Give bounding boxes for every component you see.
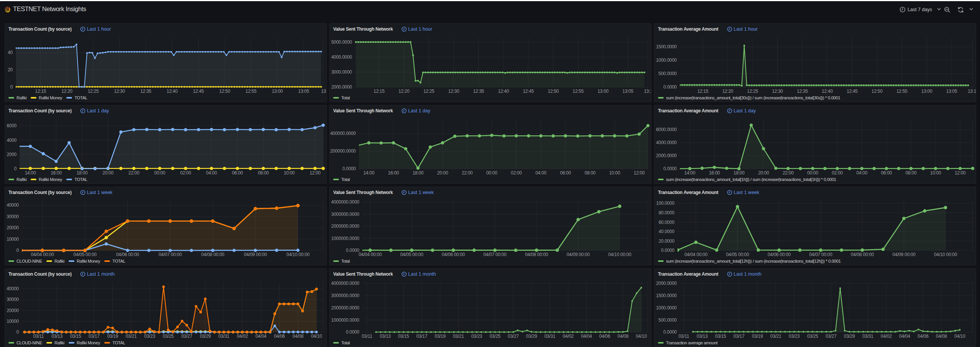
svg-text:0.0000: 0.0000: [346, 329, 360, 335]
svg-text:03/21: 03/21: [453, 334, 464, 339]
svg-text:12:45: 12:45: [523, 89, 534, 94]
svg-text:04/02: 04/02: [237, 334, 248, 339]
svg-text:4000000.0000: 4000000.0000: [331, 199, 360, 205]
svg-text:40000: 40000: [7, 202, 19, 208]
svg-text:3000000.0000: 3000000.0000: [331, 293, 360, 298]
svg-text:04/06 00:00: 04/06 00:00: [768, 252, 791, 257]
svg-text:02:00: 02:00: [511, 170, 522, 176]
svg-text:12:25: 12:25: [423, 89, 434, 94]
svg-text:03/11: 03/11: [33, 334, 44, 339]
svg-text:30000: 30000: [7, 214, 19, 219]
svg-text:04/04: 04/04: [899, 334, 910, 339]
svg-text:22:00: 22:00: [462, 170, 473, 176]
svg-text:40000: 40000: [7, 286, 19, 291]
svg-text:4000.0000: 4000.0000: [331, 54, 352, 60]
svg-text:12:20: 12:20: [722, 89, 733, 94]
svg-text:2000: 2000: [7, 152, 17, 157]
svg-text:03/19: 03/19: [752, 334, 763, 339]
svg-text:16:00: 16:00: [51, 170, 62, 176]
svg-text:04/06: 04/06: [918, 334, 929, 339]
svg-text:02:00: 02:00: [832, 170, 843, 176]
svg-text:4000000.0000: 4000000.0000: [331, 281, 360, 286]
svg-text:14:00: 14:00: [363, 170, 375, 176]
svg-text:04/09 00:00: 04/09 00:00: [567, 252, 590, 257]
svg-text:1500.0000: 1500.0000: [656, 44, 677, 49]
svg-text:6000: 6000: [7, 123, 17, 128]
svg-text:04/08 00:00: 04/08 00:00: [851, 252, 874, 257]
svg-text:20:00: 20:00: [102, 170, 113, 176]
svg-text:12:20: 12:20: [398, 89, 409, 94]
svg-text:13:05: 13:05: [946, 89, 957, 94]
svg-text:12:35: 12:35: [473, 89, 484, 94]
svg-text:04/04 00:00: 04/04 00:00: [358, 252, 382, 257]
svg-text:03/13: 03/13: [380, 334, 391, 339]
svg-text:08:00: 08:00: [585, 170, 596, 176]
svg-text:80.0000: 80.0000: [659, 210, 675, 215]
svg-text:04/08 00:00: 04/08 00:00: [201, 252, 225, 257]
svg-text:03/21: 03/21: [126, 334, 137, 339]
svg-text:12:15: 12:15: [697, 89, 709, 94]
svg-text:12:00: 12:00: [309, 170, 321, 176]
svg-text:04/08: 04/08: [618, 334, 629, 339]
svg-text:10000: 10000: [7, 237, 19, 242]
svg-text:13:10: 13:10: [644, 89, 652, 94]
svg-text:03/25: 03/25: [163, 334, 174, 339]
svg-text:03/29: 03/29: [200, 334, 211, 339]
svg-text:13:00: 13:00: [921, 89, 932, 94]
svg-text:03/23: 03/23: [471, 334, 482, 339]
svg-text:03/15: 03/15: [398, 334, 409, 339]
svg-text:10:00: 10:00: [284, 170, 295, 176]
svg-text:20000: 20000: [7, 225, 19, 230]
svg-text:03/19: 03/19: [435, 334, 446, 339]
svg-text:1000.0000: 1000.0000: [656, 305, 677, 311]
svg-text:20:00: 20:00: [437, 170, 448, 176]
svg-text:04/10 00:00: 04/10 00:00: [286, 252, 310, 257]
svg-text:12:30: 12:30: [448, 89, 459, 94]
svg-text:2000000.0000: 2000000.0000: [331, 305, 360, 311]
svg-text:30000: 30000: [7, 297, 19, 302]
svg-text:12:30: 12:30: [772, 89, 783, 94]
svg-text:10000: 10000: [7, 319, 19, 324]
svg-text:2000.0000: 2000.0000: [656, 153, 677, 158]
svg-text:500.0000: 500.0000: [658, 317, 677, 323]
svg-text:04/10 00:00: 04/10 00:00: [608, 252, 631, 257]
svg-text:00:00: 00:00: [486, 170, 497, 176]
svg-text:12:00: 12:00: [634, 170, 645, 176]
svg-text:0.0000: 0.0000: [661, 248, 675, 253]
svg-text:02:00: 02:00: [180, 170, 191, 176]
svg-text:12:15: 12:15: [373, 89, 385, 94]
svg-text:04/09 00:00: 04/09 00:00: [244, 252, 267, 257]
svg-text:20: 20: [8, 67, 13, 72]
svg-text:03/29: 03/29: [844, 334, 855, 339]
svg-text:12:35: 12:35: [140, 89, 151, 94]
svg-text:03/17: 03/17: [416, 334, 428, 339]
svg-text:04/02: 04/02: [881, 334, 892, 339]
svg-text:12:30: 12:30: [114, 89, 125, 94]
svg-text:16:00: 16:00: [709, 170, 720, 176]
svg-text:04/10: 04/10: [311, 334, 322, 339]
svg-text:06:00: 06:00: [881, 170, 892, 176]
svg-text:3000000.0000: 3000000.0000: [331, 212, 360, 217]
svg-text:13:00: 13:00: [272, 89, 283, 94]
svg-text:03/19: 03/19: [107, 334, 118, 339]
svg-text:12:55: 12:55: [896, 89, 908, 94]
svg-text:04/08: 04/08: [936, 334, 947, 339]
svg-text:03/27: 03/27: [181, 334, 192, 339]
svg-text:12:35: 12:35: [797, 89, 808, 94]
svg-text:100.0000: 100.0000: [656, 201, 674, 206]
svg-text:60.0000: 60.0000: [659, 220, 675, 225]
svg-text:16:00: 16:00: [388, 170, 399, 176]
svg-text:0.0000: 0.0000: [342, 166, 356, 171]
svg-text:04/05 00:00: 04/05 00:00: [400, 252, 424, 257]
svg-text:12:40: 12:40: [167, 89, 178, 94]
svg-text:0.0000: 0.0000: [663, 166, 677, 171]
svg-text:0: 0: [10, 84, 13, 90]
svg-text:04/06: 04/06: [599, 334, 610, 339]
svg-text:12:50: 12:50: [871, 89, 883, 94]
svg-text:04/07 00:00: 04/07 00:00: [159, 252, 182, 257]
svg-text:0: 0: [16, 329, 19, 335]
svg-text:03/13: 03/13: [697, 334, 708, 339]
svg-text:03/27: 03/27: [825, 334, 837, 339]
svg-text:12:15: 12:15: [35, 89, 46, 94]
svg-text:20:00: 20:00: [758, 170, 769, 176]
